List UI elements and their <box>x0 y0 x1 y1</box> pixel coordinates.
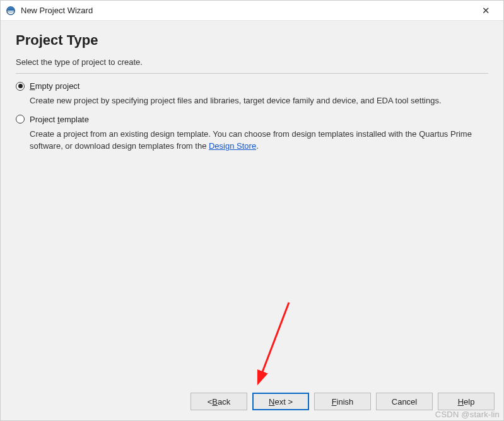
titlebar: New Project Wizard ✕ <box>1 1 503 21</box>
cancel-button[interactable]: Cancel <box>376 393 433 410</box>
help-button[interactable]: Help <box>438 393 495 410</box>
page-title: Project Type <box>16 32 488 49</box>
option-project-template: Project template Create a project from a… <box>16 115 488 153</box>
finish-button[interactable]: Finish <box>314 393 371 410</box>
close-icon: ✕ <box>482 5 490 16</box>
window-title: New Project Wizard <box>21 6 473 15</box>
app-icon <box>6 6 16 16</box>
radio-icon <box>16 82 25 91</box>
wizard-content: Project Type Select the type of project … <box>1 21 503 383</box>
radio-empty-project[interactable]: Empty project <box>16 81 488 91</box>
wizard-footer: < Back Next > Finish Cancel Help <box>1 383 503 420</box>
divider <box>16 73 488 74</box>
option-empty-project: Empty project Create new project by spec… <box>16 81 488 107</box>
design-store-link[interactable]: Design Store <box>209 141 256 151</box>
radio-project-template[interactable]: Project template <box>16 115 488 124</box>
next-button[interactable]: Next > <box>252 393 309 410</box>
option-description: Create new project by specifying project… <box>30 95 488 107</box>
page-subtitle: Select the type of project to create. <box>16 57 488 67</box>
close-button[interactable]: ✕ <box>473 1 498 20</box>
option-description: Create a project from an existing design… <box>30 128 488 153</box>
radio-label: Empty project <box>30 81 79 91</box>
back-button[interactable]: < Back <box>190 393 247 410</box>
radio-label: Project template <box>30 115 89 124</box>
radio-icon <box>16 115 25 124</box>
